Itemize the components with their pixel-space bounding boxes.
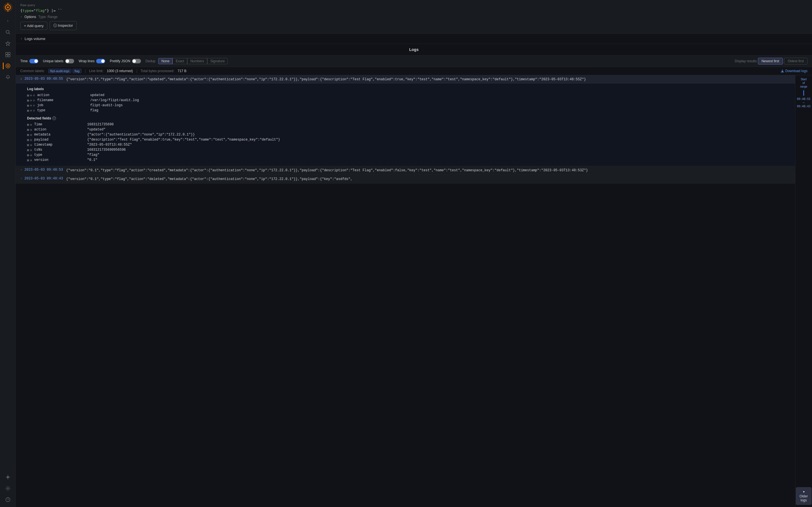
time-toggle[interactable]: [29, 59, 38, 63]
logs-controls: Time Unique labels Wrap lines: [16, 55, 812, 67]
dedup-none-button[interactable]: None: [158, 58, 172, 64]
query-brace-open: {: [20, 8, 22, 13]
zoom-out-icon-action[interactable]: ⊖: [33, 94, 35, 97]
log-timestamp-3: 2023-05-03 09:48:43: [24, 177, 64, 180]
svg-point-13: [7, 65, 9, 67]
sort-newest-first-button[interactable]: Newest first: [758, 58, 783, 64]
options-chevron-icon[interactable]: ›: [20, 15, 22, 18]
field-value-type-df: "flag": [87, 153, 99, 157]
inspector-button[interactable]: ⓘ Inspector: [50, 21, 77, 30]
label-badge-flag[interactable]: flag: [72, 69, 82, 73]
bar-chart-icon-df-payload[interactable]: ▦: [27, 138, 29, 142]
dedup-exact-button[interactable]: Exact: [172, 58, 187, 64]
eye-icon-df-tsns[interactable]: ◉: [30, 148, 32, 152]
bar-chart-icon-df-timestamp[interactable]: ▦: [27, 143, 29, 147]
sidebar-item-alerts[interactable]: [3, 72, 13, 82]
field-row-action-df: ▦ ◉ action "updated": [27, 127, 788, 132]
prettify-json-toggle[interactable]: [132, 59, 141, 63]
time-control: Time: [20, 59, 38, 63]
bar-chart-icon-job[interactable]: ▦: [27, 104, 29, 107]
zoom-in-icon-job[interactable]: ⊕: [30, 104, 32, 107]
log-entry-header-2[interactable]: › 2023-05-03 09:48:53 {"version":"0.1","…: [16, 166, 795, 175]
bar-chart-icon-filename[interactable]: ▦: [27, 99, 29, 102]
dedup-signature-button[interactable]: Signature: [207, 58, 228, 64]
main-content: Raw query {type="flag"} |= `` › Options …: [16, 0, 812, 507]
wrap-lines-toggle[interactable]: [96, 59, 105, 63]
label-row-type: ▦ ⊕ ⊖ type flag: [27, 108, 788, 113]
svg-text:?: ?: [7, 498, 9, 501]
separator1: |: [85, 69, 86, 73]
eye-icon-df-action[interactable]: ◉: [30, 128, 32, 131]
sidebar-collapse-btn[interactable]: ›: [3, 16, 13, 26]
field-value-time: 1683121735690: [87, 122, 114, 126]
eye-icon-df-version[interactable]: ◉: [30, 158, 32, 162]
options-row: › Options Type: Range: [20, 15, 808, 19]
label-icons-type: ▦ ⊕ ⊖: [27, 109, 35, 112]
add-query-button[interactable]: + Add query: [20, 22, 47, 30]
eye-icon-df-timestamp[interactable]: ◉: [30, 143, 32, 147]
eye-icon-df-metadata[interactable]: ◉: [30, 133, 32, 136]
zoom-in-icon-action[interactable]: ⊕: [30, 94, 32, 97]
sidebar-bottom: ?: [3, 472, 13, 505]
dedup-label: Dedup: [146, 59, 155, 63]
field-icons-time: ▦ ◉: [27, 123, 32, 126]
grafana-logo[interactable]: [3, 2, 13, 12]
sort-oldest-first-button[interactable]: Oldest first: [784, 58, 808, 64]
eye-icon-df-payload[interactable]: ◉: [30, 138, 32, 142]
bar-chart-icon-df-type[interactable]: ▦: [27, 153, 29, 157]
field-row-version: ▦ ◉ version "0.1": [27, 158, 788, 163]
sidebar-item-dashboards[interactable]: [3, 50, 13, 60]
bar-chart-icon-df-version[interactable]: ▦: [27, 158, 29, 162]
query-key: type: [22, 8, 31, 13]
dedup-numbers-button[interactable]: Numbers: [187, 58, 207, 64]
logs-volume-section[interactable]: › Logs volume: [16, 34, 812, 44]
log-timestamp-1: 2023-05-03 09:48:55: [24, 77, 64, 81]
field-value-version: "0.1": [87, 158, 97, 162]
display-results-label: Display results: [735, 59, 757, 63]
zoom-out-icon-job[interactable]: ⊖: [33, 104, 35, 107]
time-dash: —: [803, 101, 804, 104]
label-row-action: ▦ ⊕ ⊖ action updated: [27, 93, 788, 98]
zoom-in-icon-filename[interactable]: ⊕: [30, 99, 32, 102]
label-badge-flipt[interactable]: flipt-audit-logs: [48, 69, 71, 73]
eye-icon-df-type[interactable]: ◉: [30, 153, 32, 157]
unique-labels-toggle[interactable]: [65, 59, 74, 63]
detected-fields-info-icon[interactable]: ⓘ: [52, 116, 56, 120]
detected-fields-title: Detected fields ⓘ: [27, 116, 788, 120]
dedup-control: Dedup None Exact Numbers Signature: [146, 58, 228, 64]
label-icons-filename: ▦ ⊕ ⊖: [27, 99, 35, 102]
sidebar-item-settings[interactable]: [3, 483, 13, 494]
bar-chart-icon-df-time[interactable]: ▦: [27, 123, 29, 126]
field-value-metadata: {"actor":{"authentication":"none","ip":"…: [87, 133, 195, 136]
sidebar-item-search[interactable]: [3, 27, 13, 37]
label-key-type: type: [37, 108, 88, 112]
sidebar-item-help[interactable]: ?: [3, 495, 13, 505]
bar-chart-icon-action[interactable]: ▦: [27, 94, 29, 97]
label-value-type: flag: [90, 108, 98, 112]
label-value-action: updated: [90, 93, 104, 97]
bar-chart-icon-df-tsns[interactable]: ▦: [27, 148, 29, 152]
bar-chart-icon-type[interactable]: ▦: [27, 109, 29, 112]
log-entry-2: › 2023-05-03 09:48:53 {"version":"0.1","…: [16, 166, 795, 175]
zoom-in-icon-type[interactable]: ⊕: [30, 109, 32, 112]
bar-chart-icon-df-action[interactable]: ▦: [27, 128, 29, 131]
older-logs-button[interactable]: ▾ Olderlogs: [796, 487, 811, 505]
label-value-job: flipt-audit-logs: [90, 103, 123, 107]
bar-chart-icon-df-metadata[interactable]: ▦: [27, 133, 29, 136]
field-row-metadata: ▦ ◉ metadata {"actor":{"authentication":…: [27, 132, 788, 137]
sidebar-item-connections[interactable]: [3, 472, 13, 482]
field-row-type-df: ▦ ◉ type "flag": [27, 152, 788, 158]
logs-title: Logs: [16, 44, 812, 55]
zoom-out-icon-type[interactable]: ⊖: [33, 109, 35, 112]
raw-query-label: Raw query: [20, 3, 808, 7]
log-entry-header-1[interactable]: ▾ 2023-05-03 09:48:55 {"version":"0.1","…: [16, 75, 795, 83]
zoom-out-icon-filename[interactable]: ⊖: [33, 99, 35, 102]
eye-icon-df-time[interactable]: ◉: [30, 123, 32, 126]
separator2: |: [136, 69, 137, 73]
log-entry-header-3[interactable]: › 2023-05-03 09:48:43 {"version":"0.1","…: [16, 175, 795, 183]
download-logs-button[interactable]: Download logs: [781, 69, 808, 73]
label-row-job: ▦ ⊕ ⊖ job flipt-audit-logs: [27, 103, 788, 108]
sidebar-item-explore[interactable]: [3, 61, 13, 71]
line-limit-value: 1000 (3 returned): [107, 69, 133, 73]
sidebar-item-starred[interactable]: [3, 38, 13, 48]
